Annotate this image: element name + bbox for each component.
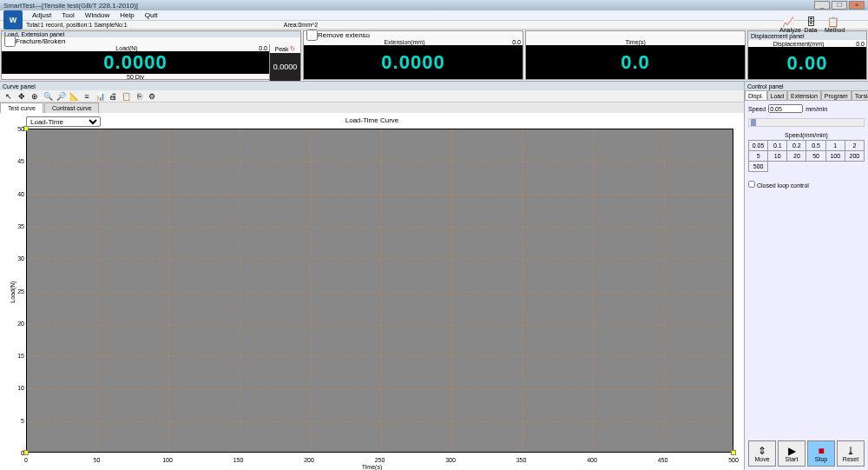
tool-3[interactable]: 🔍 (42, 91, 54, 102)
maximize-button[interactable]: □ (832, 1, 847, 10)
speed-preset[interactable]: 0.5 (806, 141, 825, 151)
speed-input[interactable] (768, 104, 803, 113)
menubar: SetupAdjustToolWindowHelpQuit (0, 10, 868, 21)
window-title: SmartTest—[Tensile test(GB/T 228.1-2010)… (3, 2, 138, 10)
load-readout: 0.0000 (2, 51, 269, 74)
menu-help[interactable]: Help (120, 11, 134, 19)
speed-preset[interactable]: 500 (749, 162, 768, 172)
close-button[interactable]: × (849, 1, 865, 10)
menu-tool[interactable]: Tool (62, 11, 75, 19)
chart-toolbar: ↖✥⊕🔍🔎📐≡📊🖨📋⎘⚙ (0, 90, 744, 103)
method-icon[interactable]: 📋Method (825, 17, 842, 33)
start-button[interactable]: ▶Start (778, 440, 806, 467)
control-panel: Control panel Displ.LoadExtensionProgram… (745, 82, 868, 470)
reset-button[interactable]: ⤓Reset (837, 440, 865, 467)
speed-preset[interactable]: 0.05 (749, 141, 768, 151)
slider-thumb[interactable] (751, 119, 756, 126)
speed-preset[interactable]: 50 (806, 151, 825, 162)
tool-7[interactable]: 📊 (94, 91, 106, 102)
area-info: Area:0mm^2 (284, 22, 318, 28)
tool-9[interactable]: 📋 (120, 91, 132, 102)
load-panel: Load, Extension panel Fracture/Broken Lo… (1, 30, 301, 80)
speed-preset[interactable]: 5 (749, 151, 768, 162)
info-bar: W Total:1 record, position:1 SampleNo:1 … (0, 21, 868, 30)
closed-loop-checkbox[interactable] (748, 181, 755, 188)
time-readout: 0.0 (526, 45, 745, 79)
extension-readout: 0.0000 (304, 45, 523, 79)
ctrl-tab-load[interactable]: Load (767, 90, 788, 100)
speed-preset[interactable]: 20 (787, 151, 806, 162)
ctrl-tab-extension[interactable]: Extension (787, 90, 821, 100)
curve-panel: Curve panel ↖✥⊕🔍🔎📐≡📊🖨📋⎘⚙ Test curveContr… (0, 82, 745, 470)
tool-4[interactable]: 🔎 (55, 91, 67, 102)
speed-preset[interactable]: 10 (768, 151, 787, 162)
ctrl-tab-program[interactable]: Program (821, 90, 852, 100)
data-icon[interactable]: 🗄Data (802, 17, 819, 33)
tool-1[interactable]: ✥ (16, 91, 28, 102)
speed-preset[interactable]: 2 (845, 141, 865, 151)
tool-10[interactable]: ⎘ (133, 91, 145, 102)
speed-preset[interactable]: 0.2 (787, 141, 806, 151)
speed-slider[interactable] (748, 118, 865, 127)
tool-8[interactable]: 🖨 (107, 91, 119, 102)
menu-window[interactable]: Window (85, 11, 109, 19)
time-panel: Time(s) 0.0 (525, 30, 746, 80)
refresh-icon[interactable]: ↻ (290, 45, 295, 52)
readout-row: Load, Extension panel Fracture/Broken Lo… (0, 30, 868, 82)
ctrl-tab-displ[interactable]: Displ. (745, 90, 767, 100)
menu-quit[interactable]: Quit (145, 11, 158, 19)
tool-6[interactable]: ≡ (81, 91, 93, 102)
chart-area: Load-Time Load-Time Curve Load(N) Time(s… (0, 113, 744, 470)
logo: W (3, 10, 23, 30)
extension-panel: Remove extenso Extension(mm)0.0 0.0000 (303, 30, 523, 80)
analyze-icon[interactable]: 📈Analyze (779, 17, 797, 33)
speed-preset[interactable]: 200 (845, 151, 865, 162)
tool-2[interactable]: ⊕ (29, 91, 41, 102)
ctrl-tab-torsion[interactable]: Torsion (852, 90, 868, 100)
record-info: Total:1 record, position:1 SampleNo:1 (26, 22, 128, 28)
minimize-button[interactable]: _ (814, 1, 830, 10)
move-button[interactable]: ⇕Move (748, 440, 776, 467)
tab-contrast-curve[interactable]: Contrast curve (44, 103, 100, 113)
peak-readout: 0.0000 (270, 53, 300, 81)
menu-adjust[interactable]: Adjust (32, 11, 51, 19)
tool-0[interactable]: ↖ (3, 91, 15, 102)
plot-area[interactable] (26, 129, 733, 453)
chart-type-select[interactable]: Load-Time (26, 116, 101, 127)
axis-handle[interactable] (731, 450, 736, 455)
stop-button[interactable]: ■Stop (807, 440, 835, 467)
tab-test-curve[interactable]: Test curve (0, 103, 43, 113)
speed-preset[interactable]: 1 (826, 141, 845, 151)
tool-5[interactable]: 📐 (68, 91, 80, 102)
tool-11[interactable]: ⚙ (146, 91, 158, 102)
displacement-panel: Displacement panel Displacement(mm)0.0 0… (747, 30, 867, 80)
displacement-readout: 0.00 (748, 47, 866, 79)
speed-preset[interactable]: 0.1 (768, 141, 787, 151)
speed-preset[interactable]: 100 (826, 151, 845, 162)
titlebar: SmartTest—[Tensile test(GB/T 228.1-2010)… (0, 0, 868, 10)
